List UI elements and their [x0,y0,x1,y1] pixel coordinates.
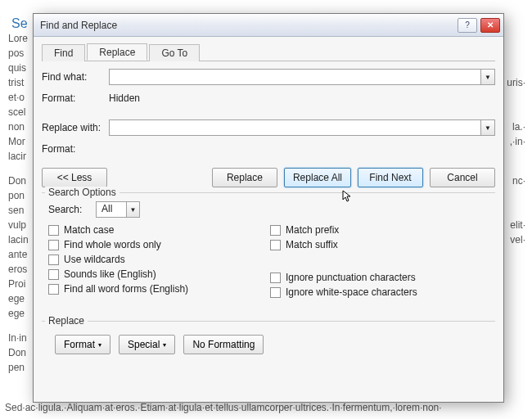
checkbox-icon [270,225,281,236]
dialog-title: Find and Replace [40,20,454,31]
replace-format-label: Format: [42,143,109,155]
replace-with-field[interactable] [109,119,480,136]
checkbox-icon [48,225,59,236]
doc-line: Lore [8,31,29,46]
doc-line: elit· [507,218,525,232]
all-word-forms-checkbox[interactable]: Find all word forms (English) [48,283,270,295]
doc-line: Don [8,173,29,188]
ignore-whitespace-checkbox[interactable]: Ignore white-space characters [270,286,492,298]
doc-line: vulp [8,218,29,232]
dialog-titlebar[interactable]: Find and Replace ? ✕ [34,14,503,37]
match-suffix-checkbox[interactable]: Match suffix [270,239,492,250]
help-button[interactable]: ? [458,18,477,33]
doc-line: pos [8,46,29,61]
find-next-button[interactable]: Find Next [358,168,423,187]
search-direction-value: All [97,202,126,217]
doc-line: uris· [507,75,525,90]
checkbox-icon [270,287,281,298]
checkbox-icon [48,284,59,295]
doc-line: nc· [507,173,525,188]
checkbox-icon [48,240,59,250]
doc-line: ege [8,291,29,306]
replace-group: Replace Format▾ Special▾ No Formatting [42,321,495,356]
doc-line: ante [8,247,29,262]
doc-line: eros [8,262,29,277]
replace-group-legend: Replace [45,315,88,327]
find-replace-dialog: Find and Replace ? ✕ Find Replace Go To … [33,13,504,403]
search-options-legend: Search Options [45,187,119,198]
sounds-like-checkbox[interactable]: Sounds like (English) [48,268,270,280]
search-direction-select[interactable]: All ▼ [96,201,140,218]
tab-replace[interactable]: Replace [87,43,147,61]
checkbox-icon [48,269,59,280]
replace-with-dropdown[interactable]: ▼ [480,119,495,136]
ignore-punctuation-checkbox[interactable]: Ignore punctuation characters [270,272,492,283]
dialog-body: Find Replace Go To Find what: ▼ Format: … [34,37,503,402]
find-format-value: Hidden [109,92,495,104]
doc-line: trist [8,75,29,90]
doc-line: pen [8,360,29,375]
cancel-button[interactable]: Cancel [430,168,495,187]
doc-line: vel· [507,232,525,247]
no-formatting-button[interactable]: No Formatting [183,335,264,354]
doc-line: quis [8,61,29,75]
find-what-field[interactable] [109,69,480,85]
doc-line: scel [8,105,29,119]
doc-line: ege [8,306,29,321]
doc-line: In·in [8,331,29,345]
doc-line: lacir [8,149,29,164]
doc-line: non [8,119,29,134]
doc-line: pon [8,188,29,203]
use-wildcards-checkbox[interactable]: Use wildcards [48,254,270,265]
doc-line: Don [8,345,29,360]
format-menu-button[interactable]: Format▾ [55,335,110,354]
find-format-label: Format: [42,92,109,104]
doc-line: Mor [8,134,29,149]
doc-line: la.· [507,119,525,134]
special-menu-button[interactable]: Special▾ [119,335,175,354]
match-case-checkbox[interactable]: Match case [48,224,270,236]
find-what-dropdown[interactable]: ▼ [480,69,495,85]
doc-line: et·o [8,90,29,105]
checkbox-icon [270,240,281,250]
search-direction-label: Search: [48,204,96,215]
replace-button[interactable]: Replace [212,168,277,187]
caret-down-icon: ▾ [98,341,101,349]
whole-words-checkbox[interactable]: Find whole words only [48,239,270,250]
replace-all-button[interactable]: Replace All [284,168,351,187]
doc-line: sen [8,203,29,218]
close-button[interactable]: ✕ [480,18,500,33]
caret-down-icon: ▾ [163,341,166,349]
doc-line: Proi [8,277,29,291]
find-what-label: Find what: [42,71,109,83]
doc-line: lacin [8,232,29,247]
replace-with-input[interactable]: ▼ [109,119,495,136]
doc-line: ,·in· [507,134,525,149]
dropdown-icon[interactable]: ▼ [126,202,139,217]
match-prefix-checkbox[interactable]: Match prefix [270,224,492,236]
checkbox-icon [48,255,59,265]
replace-with-label: Replace with: [42,122,109,133]
search-options-group: Search Options Search: All ▼ Match case … [42,192,495,306]
tab-goto[interactable]: Go To [149,44,200,61]
find-what-input[interactable]: ▼ [109,69,495,85]
less-button[interactable]: << Less [42,168,107,187]
dialog-tabs: Find Replace Go To [42,43,495,61]
checkbox-icon [270,273,281,283]
tab-find[interactable]: Find [42,44,85,61]
